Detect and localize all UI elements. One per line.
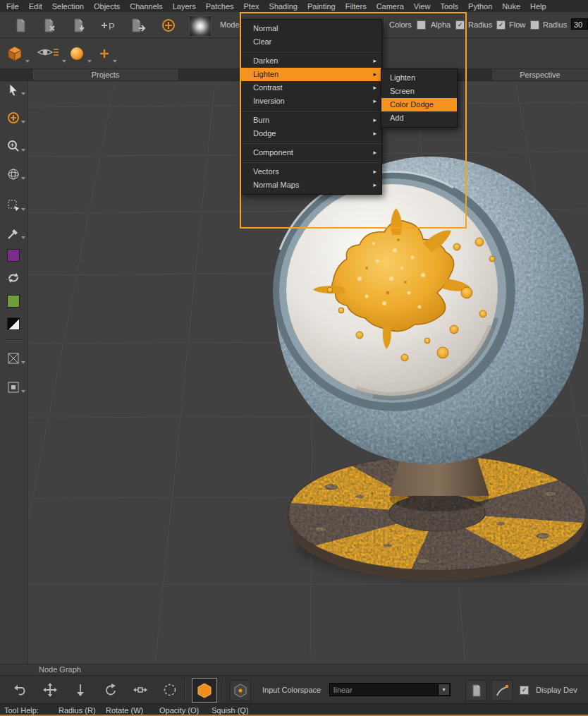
- submenu-arrow-icon: ▸: [373, 114, 376, 127]
- menu-layers[interactable]: Layers: [168, 1, 201, 11]
- eyedropper-icon[interactable]: [5, 225, 22, 242]
- export-document-icon[interactable]: [126, 15, 150, 36]
- dropdown-caret-icon[interactable]: [21, 361, 25, 364]
- dropdown-arrow-icon[interactable]: ▾: [438, 684, 449, 695]
- visibility-eye-icon[interactable]: [37, 46, 59, 61]
- colors-checkbox[interactable]: [417, 20, 426, 30]
- dropdown-caret-icon[interactable]: [21, 121, 25, 123]
- cursor-icon[interactable]: [5, 81, 22, 98]
- purple-color-swatch[interactable]: [7, 249, 20, 262]
- menu-ptex[interactable]: Ptex: [239, 1, 264, 11]
- document-icon-button[interactable]: [465, 680, 486, 701]
- object-cube-icon[interactable]: [6, 44, 24, 62]
- menu-python[interactable]: Python: [463, 1, 497, 11]
- checkmark-icon: ✓: [498, 21, 504, 28]
- menu-selection[interactable]: Selection: [47, 1, 89, 11]
- brush-tip-preview[interactable]: [189, 16, 212, 37]
- submenu-item-screen[interactable]: Screen: [381, 85, 457, 98]
- menu-patches[interactable]: Patches: [201, 1, 239, 11]
- dropdown-caret-icon[interactable]: [25, 60, 30, 63]
- menu-painting[interactable]: Painting: [302, 1, 341, 11]
- add-plus-icon[interactable]: [99, 48, 110, 59]
- dropdown-caret-icon[interactable]: [21, 236, 25, 239]
- dropdown-caret-icon[interactable]: [113, 60, 117, 63]
- toolbar-separator: [223, 679, 224, 700]
- hexagon-active-button[interactable]: [192, 678, 217, 703]
- add-ptex-icon[interactable]: P: [97, 15, 121, 36]
- menu-help[interactable]: Help: [525, 1, 551, 11]
- menu-item-normal[interactable]: Normal: [241, 22, 381, 35]
- menu-item-vectors[interactable]: Vectors▸: [241, 165, 381, 178]
- submenu-item-color-dodge[interactable]: Color Dodge: [381, 98, 457, 111]
- bw-gradient-swatch[interactable]: [7, 317, 20, 330]
- menu-item-inversion[interactable]: Inversion▸: [241, 95, 381, 108]
- submenu-item-lighten[interactable]: Lighten: [381, 71, 457, 85]
- magnifier-icon[interactable]: [5, 138, 22, 154]
- menu-item-label: Color Dodge: [390, 100, 434, 109]
- menu-view[interactable]: View: [409, 1, 436, 11]
- menu-item-clear[interactable]: Clear: [241, 35, 381, 49]
- submenu-item-add[interactable]: Add: [381, 111, 457, 125]
- new-document-icon[interactable]: [8, 15, 32, 36]
- menu-nuke[interactable]: Nuke: [497, 1, 525, 11]
- menu-edit[interactable]: Edit: [24, 1, 47, 11]
- green-color-swatch[interactable]: [7, 295, 20, 308]
- menu-item-label: Add: [390, 114, 404, 122]
- crossed-square-icon[interactable]: [5, 350, 22, 367]
- display-dev-label: Display Dev: [536, 686, 577, 694]
- submenu-arrow-icon: ▸: [373, 95, 376, 108]
- display-checkbox[interactable]: ✓: [520, 686, 529, 695]
- dropdown-caret-icon[interactable]: [87, 60, 92, 63]
- menu-camera[interactable]: Camera: [372, 1, 409, 11]
- menu-objects[interactable]: Objects: [89, 1, 125, 11]
- dropdown-caret-icon[interactable]: [21, 177, 25, 180]
- circle-plus-icon[interactable]: [5, 109, 22, 126]
- rotate-icon[interactable]: [103, 682, 118, 698]
- node-graph-tab[interactable]: Node Graph: [39, 665, 81, 674]
- transform-icon[interactable]: [133, 682, 148, 698]
- menu-shading[interactable]: Shading: [264, 1, 302, 11]
- dropdown-caret-icon[interactable]: [21, 390, 25, 393]
- toolbar-separator: [185, 679, 186, 700]
- menu-item-dodge[interactable]: Dodge▸: [241, 127, 381, 140]
- sidebar-separator: [4, 339, 23, 341]
- menu-file[interactable]: File: [1, 1, 24, 11]
- curve-icon-button[interactable]: [491, 680, 513, 701]
- menu-item-normal-maps[interactable]: Normal Maps▸: [241, 178, 381, 192]
- alpha-checkbox[interactable]: ✓: [455, 20, 465, 30]
- menu-item-darken[interactable]: Darken▸: [241, 54, 381, 68]
- hint-squish: Squish (Q): [212, 706, 249, 715]
- dropdown-caret-icon[interactable]: [21, 208, 25, 211]
- import-document-icon[interactable]: [67, 15, 91, 36]
- flow-checkbox[interactable]: [530, 20, 539, 30]
- dropdown-caret-icon[interactable]: [21, 149, 25, 152]
- undo-arrow-icon[interactable]: [13, 682, 28, 698]
- move-arrows-icon[interactable]: [42, 682, 58, 698]
- radius-checkbox[interactable]: ✓: [496, 20, 506, 30]
- marquee-select-icon[interactable]: [5, 197, 22, 214]
- dashed-circle-icon[interactable]: [162, 682, 178, 698]
- hexagon-icon-button[interactable]: [230, 680, 251, 701]
- dropdown-caret-icon[interactable]: [62, 60, 66, 63]
- menu-item-contrast[interactable]: Contrast▸: [241, 81, 381, 95]
- flow-checkbox-label: Flow: [509, 20, 525, 29]
- dropdown-caret-icon[interactable]: [21, 92, 25, 95]
- add-circle-icon[interactable]: [161, 18, 176, 33]
- menu-item-burn[interactable]: Burn▸: [241, 114, 381, 127]
- menu-tools[interactable]: Tools: [435, 1, 463, 11]
- nested-square-icon[interactable]: [5, 379, 22, 396]
- tab-perspective[interactable]: Perspective: [491, 69, 588, 80]
- rotate-arrows-icon[interactable]: [5, 269, 22, 286]
- menu-channels[interactable]: Channels: [125, 1, 167, 11]
- radius-value-field[interactable]: 30: [571, 18, 588, 30]
- down-arrow-icon[interactable]: [73, 682, 88, 698]
- menu-item-component[interactable]: Component▸: [241, 146, 381, 159]
- wireframe-sphere-icon[interactable]: [5, 166, 22, 183]
- tab-projects[interactable]: Projects: [32, 69, 179, 80]
- shader-ball-icon[interactable]: [71, 47, 83, 60]
- input-colorspace-select[interactable]: linear ▾: [329, 683, 451, 696]
- submenu-arrow-icon: ▸: [373, 146, 376, 159]
- menu-filters[interactable]: Filters: [341, 1, 372, 11]
- menu-item-lighten[interactable]: Lighten▸: [241, 68, 381, 81]
- close-document-icon[interactable]: [37, 15, 61, 36]
